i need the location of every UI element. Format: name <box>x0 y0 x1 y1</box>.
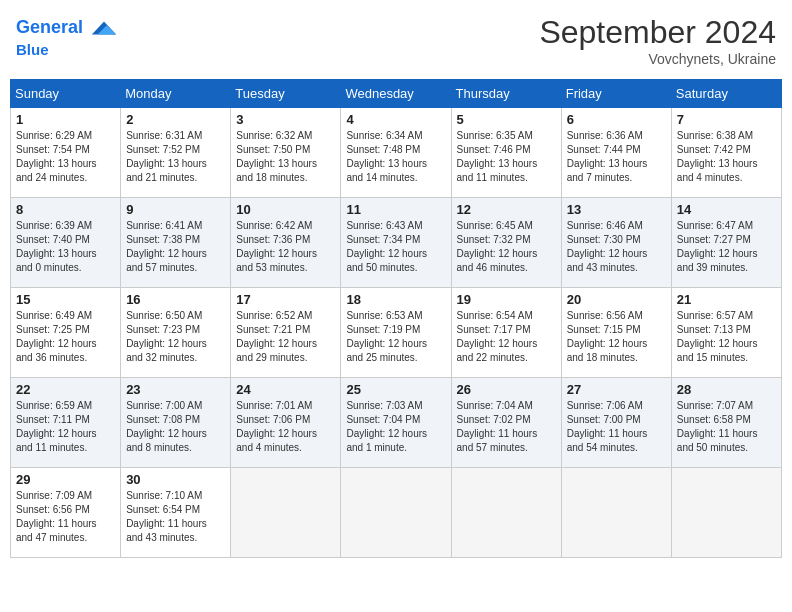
day-number: 11 <box>346 202 445 217</box>
day-number: 23 <box>126 382 225 397</box>
calendar-cell: 18Sunrise: 6:53 AM Sunset: 7:19 PM Dayli… <box>341 288 451 378</box>
calendar-cell: 12Sunrise: 6:45 AM Sunset: 7:32 PM Dayli… <box>451 198 561 288</box>
header-friday: Friday <box>561 80 671 108</box>
calendar-cell: 25Sunrise: 7:03 AM Sunset: 7:04 PM Dayli… <box>341 378 451 468</box>
logo-text2: Blue <box>16 42 118 59</box>
calendar-cell: 6Sunrise: 6:36 AM Sunset: 7:44 PM Daylig… <box>561 108 671 198</box>
calendar-week-3: 15Sunrise: 6:49 AM Sunset: 7:25 PM Dayli… <box>11 288 782 378</box>
calendar-cell <box>671 468 781 558</box>
header-saturday: Saturday <box>671 80 781 108</box>
day-info: Sunrise: 6:31 AM Sunset: 7:52 PM Dayligh… <box>126 129 225 185</box>
day-info: Sunrise: 6:29 AM Sunset: 7:54 PM Dayligh… <box>16 129 115 185</box>
calendar-cell: 3Sunrise: 6:32 AM Sunset: 7:50 PM Daylig… <box>231 108 341 198</box>
day-number: 1 <box>16 112 115 127</box>
day-info: Sunrise: 6:59 AM Sunset: 7:11 PM Dayligh… <box>16 399 115 455</box>
header-tuesday: Tuesday <box>231 80 341 108</box>
calendar-cell: 11Sunrise: 6:43 AM Sunset: 7:34 PM Dayli… <box>341 198 451 288</box>
day-info: Sunrise: 7:01 AM Sunset: 7:06 PM Dayligh… <box>236 399 335 455</box>
header-sunday: Sunday <box>11 80 121 108</box>
calendar-cell: 30Sunrise: 7:10 AM Sunset: 6:54 PM Dayli… <box>121 468 231 558</box>
calendar-cell: 29Sunrise: 7:09 AM Sunset: 6:56 PM Dayli… <box>11 468 121 558</box>
day-number: 10 <box>236 202 335 217</box>
day-number: 2 <box>126 112 225 127</box>
day-info: Sunrise: 7:06 AM Sunset: 7:00 PM Dayligh… <box>567 399 666 455</box>
month-title: September 2024 <box>539 14 776 51</box>
location-subtitle: Vovchynets, Ukraine <box>539 51 776 67</box>
day-number: 30 <box>126 472 225 487</box>
calendar-header-row: SundayMondayTuesdayWednesdayThursdayFrid… <box>11 80 782 108</box>
calendar-week-1: 1Sunrise: 6:29 AM Sunset: 7:54 PM Daylig… <box>11 108 782 198</box>
day-number: 13 <box>567 202 666 217</box>
day-number: 9 <box>126 202 225 217</box>
day-number: 4 <box>346 112 445 127</box>
calendar-cell: 14Sunrise: 6:47 AM Sunset: 7:27 PM Dayli… <box>671 198 781 288</box>
day-number: 14 <box>677 202 776 217</box>
day-number: 26 <box>457 382 556 397</box>
day-info: Sunrise: 6:34 AM Sunset: 7:48 PM Dayligh… <box>346 129 445 185</box>
logo: General Blue <box>16 14 118 59</box>
calendar-cell: 15Sunrise: 6:49 AM Sunset: 7:25 PM Dayli… <box>11 288 121 378</box>
logo-text: General <box>16 14 118 42</box>
calendar-cell: 20Sunrise: 6:56 AM Sunset: 7:15 PM Dayli… <box>561 288 671 378</box>
day-info: Sunrise: 6:41 AM Sunset: 7:38 PM Dayligh… <box>126 219 225 275</box>
calendar-cell: 2Sunrise: 6:31 AM Sunset: 7:52 PM Daylig… <box>121 108 231 198</box>
calendar-cell: 21Sunrise: 6:57 AM Sunset: 7:13 PM Dayli… <box>671 288 781 378</box>
calendar-cell: 16Sunrise: 6:50 AM Sunset: 7:23 PM Dayli… <box>121 288 231 378</box>
header-monday: Monday <box>121 80 231 108</box>
calendar-cell: 28Sunrise: 7:07 AM Sunset: 6:58 PM Dayli… <box>671 378 781 468</box>
day-number: 18 <box>346 292 445 307</box>
day-info: Sunrise: 6:50 AM Sunset: 7:23 PM Dayligh… <box>126 309 225 365</box>
calendar-cell: 19Sunrise: 6:54 AM Sunset: 7:17 PM Dayli… <box>451 288 561 378</box>
calendar-cell: 13Sunrise: 6:46 AM Sunset: 7:30 PM Dayli… <box>561 198 671 288</box>
day-info: Sunrise: 7:10 AM Sunset: 6:54 PM Dayligh… <box>126 489 225 545</box>
day-info: Sunrise: 6:57 AM Sunset: 7:13 PM Dayligh… <box>677 309 776 365</box>
day-number: 28 <box>677 382 776 397</box>
day-info: Sunrise: 6:42 AM Sunset: 7:36 PM Dayligh… <box>236 219 335 275</box>
calendar-cell: 24Sunrise: 7:01 AM Sunset: 7:06 PM Dayli… <box>231 378 341 468</box>
calendar-cell <box>451 468 561 558</box>
calendar-cell: 1Sunrise: 6:29 AM Sunset: 7:54 PM Daylig… <box>11 108 121 198</box>
day-number: 19 <box>457 292 556 307</box>
day-number: 15 <box>16 292 115 307</box>
day-info: Sunrise: 6:35 AM Sunset: 7:46 PM Dayligh… <box>457 129 556 185</box>
day-number: 25 <box>346 382 445 397</box>
calendar-week-4: 22Sunrise: 6:59 AM Sunset: 7:11 PM Dayli… <box>11 378 782 468</box>
day-info: Sunrise: 6:38 AM Sunset: 7:42 PM Dayligh… <box>677 129 776 185</box>
calendar-cell <box>231 468 341 558</box>
day-info: Sunrise: 6:43 AM Sunset: 7:34 PM Dayligh… <box>346 219 445 275</box>
day-number: 7 <box>677 112 776 127</box>
calendar-cell: 5Sunrise: 6:35 AM Sunset: 7:46 PM Daylig… <box>451 108 561 198</box>
day-info: Sunrise: 6:49 AM Sunset: 7:25 PM Dayligh… <box>16 309 115 365</box>
day-info: Sunrise: 7:00 AM Sunset: 7:08 PM Dayligh… <box>126 399 225 455</box>
calendar-cell: 17Sunrise: 6:52 AM Sunset: 7:21 PM Dayli… <box>231 288 341 378</box>
calendar-cell: 7Sunrise: 6:38 AM Sunset: 7:42 PM Daylig… <box>671 108 781 198</box>
calendar-cell: 4Sunrise: 6:34 AM Sunset: 7:48 PM Daylig… <box>341 108 451 198</box>
day-number: 6 <box>567 112 666 127</box>
day-number: 29 <box>16 472 115 487</box>
calendar-table: SundayMondayTuesdayWednesdayThursdayFrid… <box>10 79 782 558</box>
day-info: Sunrise: 7:07 AM Sunset: 6:58 PM Dayligh… <box>677 399 776 455</box>
day-info: Sunrise: 6:39 AM Sunset: 7:40 PM Dayligh… <box>16 219 115 275</box>
calendar-cell: 22Sunrise: 6:59 AM Sunset: 7:11 PM Dayli… <box>11 378 121 468</box>
calendar-cell <box>561 468 671 558</box>
calendar-cell: 27Sunrise: 7:06 AM Sunset: 7:00 PM Dayli… <box>561 378 671 468</box>
day-info: Sunrise: 6:52 AM Sunset: 7:21 PM Dayligh… <box>236 309 335 365</box>
calendar-cell: 26Sunrise: 7:04 AM Sunset: 7:02 PM Dayli… <box>451 378 561 468</box>
calendar-week-5: 29Sunrise: 7:09 AM Sunset: 6:56 PM Dayli… <box>11 468 782 558</box>
day-info: Sunrise: 6:53 AM Sunset: 7:19 PM Dayligh… <box>346 309 445 365</box>
day-number: 16 <box>126 292 225 307</box>
day-info: Sunrise: 6:47 AM Sunset: 7:27 PM Dayligh… <box>677 219 776 275</box>
day-info: Sunrise: 6:36 AM Sunset: 7:44 PM Dayligh… <box>567 129 666 185</box>
header-wednesday: Wednesday <box>341 80 451 108</box>
day-info: Sunrise: 7:09 AM Sunset: 6:56 PM Dayligh… <box>16 489 115 545</box>
day-info: Sunrise: 7:03 AM Sunset: 7:04 PM Dayligh… <box>346 399 445 455</box>
page-header: General Blue September 2024 Vovchynets, … <box>10 10 782 71</box>
day-number: 20 <box>567 292 666 307</box>
day-number: 3 <box>236 112 335 127</box>
calendar-body: 1Sunrise: 6:29 AM Sunset: 7:54 PM Daylig… <box>11 108 782 558</box>
calendar-cell: 10Sunrise: 6:42 AM Sunset: 7:36 PM Dayli… <box>231 198 341 288</box>
day-number: 21 <box>677 292 776 307</box>
day-number: 17 <box>236 292 335 307</box>
day-number: 5 <box>457 112 556 127</box>
title-block: September 2024 Vovchynets, Ukraine <box>539 14 776 67</box>
